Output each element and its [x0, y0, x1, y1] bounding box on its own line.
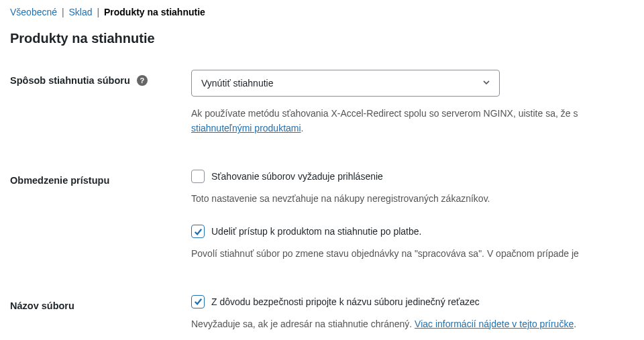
- breadcrumb-sep: |: [62, 7, 64, 17]
- desc-text: Ak používate metódu sťahovania X-Accel-R…: [191, 108, 578, 119]
- select-value: Vynútiť stiahnutie: [201, 78, 273, 89]
- field-col: Vynútiť stiahnutie Ak používate metódu s…: [191, 70, 634, 136]
- download-method-link[interactable]: stiahnuteľnými produktami: [191, 123, 301, 133]
- label-col: Názov súboru: [10, 295, 191, 311]
- breadcrumb: Všeobecné | Sklad | Produkty na stiahnut…: [10, 7, 634, 17]
- field-col: Sťahovanie súborov vyžaduje prihlásenie …: [191, 170, 634, 262]
- grant-access-label: Udeliť prístup k produktom na stiahnutie…: [211, 226, 421, 237]
- desc-after: .: [301, 123, 304, 133]
- download-method-label: Spôsob stiahnutia súboru: [10, 75, 130, 86]
- download-method-desc: Ak používate metódu sťahovania X-Accel-R…: [191, 106, 634, 136]
- sub-section-append-hash: Z dôvodu bezpečnosti pripojte k názvu sú…: [191, 295, 634, 331]
- require-login-desc: Toto nastavenie sa nevzťahuje na nákupy …: [191, 191, 634, 206]
- sub-section-require-login: Sťahovanie súborov vyžaduje prihlásenie …: [191, 170, 634, 206]
- desc-text: Nevyžaduje sa, ak je adresár na stiahnut…: [191, 319, 415, 329]
- grant-access-desc: Povolí stiahnuť súbor po zmene stavu obj…: [191, 246, 634, 261]
- label-col: Obmedzenie prístupu: [10, 170, 191, 186]
- access-restriction-label: Obmedzenie prístupu: [10, 175, 109, 186]
- row-filename: Názov súboru Z dôvodu bezpečnosti pripoj…: [10, 295, 634, 331]
- field-col: Z dôvodu bezpečnosti pripojte k názvu sú…: [191, 295, 634, 331]
- help-icon[interactable]: ?: [137, 75, 148, 86]
- label-col: Spôsob stiahnutia súboru ?: [10, 70, 191, 86]
- grant-access-checkbox[interactable]: [191, 225, 205, 238]
- breadcrumb-link-stock[interactable]: Sklad: [68, 7, 92, 17]
- sub-section-grant-access: Udeliť prístup k produktom na stiahnutie…: [191, 225, 634, 261]
- filename-desc: Nevyžaduje sa, ak je adresár na stiahnut…: [191, 317, 634, 331]
- checkbox-row: Sťahovanie súborov vyžaduje prihlásenie: [191, 170, 634, 183]
- filename-guide-link[interactable]: Viac informácií nájdete v tejto príručke: [415, 319, 574, 329]
- require-login-checkbox[interactable]: [191, 170, 205, 183]
- breadcrumb-link-general[interactable]: Všeobecné: [10, 7, 57, 17]
- checkbox-row: Z dôvodu bezpečnosti pripojte k názvu sú…: [191, 295, 634, 308]
- row-download-method: Spôsob stiahnutia súboru ? Vynútiť stiah…: [10, 70, 634, 136]
- desc-after: .: [574, 319, 576, 329]
- breadcrumb-sep: |: [97, 7, 99, 17]
- page-title: Produkty na stiahnutie: [10, 31, 634, 46]
- select-wrap: Vynútiť stiahnutie: [191, 70, 500, 97]
- append-hash-checkbox[interactable]: [191, 295, 205, 308]
- row-access-restriction: Obmedzenie prístupu Sťahovanie súborov v…: [10, 170, 634, 262]
- checkbox-row: Udeliť prístup k produktom na stiahnutie…: [191, 225, 634, 238]
- require-login-label: Sťahovanie súborov vyžaduje prihlásenie: [211, 171, 383, 182]
- download-method-select[interactable]: Vynútiť stiahnutie: [191, 70, 500, 97]
- filename-label: Názov súboru: [10, 300, 74, 311]
- append-hash-label: Z dôvodu bezpečnosti pripojte k názvu sú…: [211, 296, 480, 307]
- breadcrumb-current: Produkty na stiahnutie: [104, 7, 205, 17]
